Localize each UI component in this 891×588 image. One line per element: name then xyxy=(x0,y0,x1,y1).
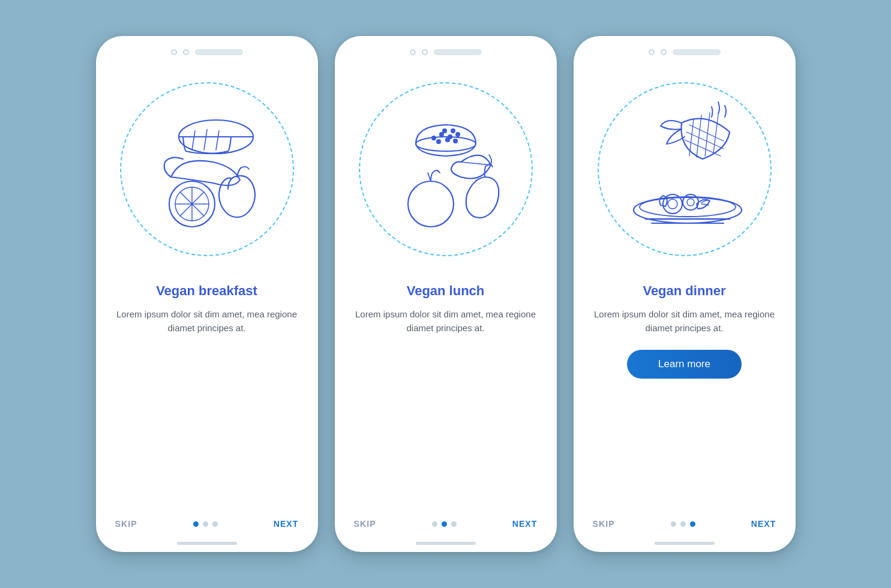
dinner-food-svg xyxy=(601,84,769,254)
status-dot-1 xyxy=(649,49,655,55)
dot-1 xyxy=(432,521,437,527)
svg-point-38 xyxy=(687,199,694,206)
phone-top-bar-lunch xyxy=(335,36,557,55)
breakfast-dots xyxy=(193,521,218,527)
svg-line-27 xyxy=(689,119,694,156)
breakfast-illustration xyxy=(96,61,318,277)
dot-1 xyxy=(671,521,676,527)
lunch-desc: Lorem ipsum dolor sit dim amet, mea regi… xyxy=(353,307,539,335)
status-dot-2 xyxy=(422,49,428,55)
dot-2 xyxy=(442,521,447,527)
dinner-content: Vegan dinner Lorem ipsum dolor sit dim a… xyxy=(574,277,796,519)
breakfast-content: Vegan breakfast Lorem ipsum dolor sit di… xyxy=(96,277,318,519)
phone-dinner: Vegan dinner Lorem ipsum dolor sit dim a… xyxy=(574,36,796,552)
lunch-illustration xyxy=(335,61,557,277)
svg-point-13 xyxy=(440,133,443,136)
dinner-skip[interactable]: SKIP xyxy=(593,519,615,529)
lunch-title: Vegan lunch xyxy=(407,283,485,299)
dinner-nav: SKIP NEXT xyxy=(574,519,796,539)
dinner-title: Vegan dinner xyxy=(643,283,725,299)
svg-line-28 xyxy=(697,115,701,157)
status-dot-1 xyxy=(171,49,177,55)
learn-more-button[interactable]: Learn more xyxy=(627,350,742,379)
breakfast-food-svg xyxy=(123,84,291,254)
svg-point-15 xyxy=(456,133,460,136)
dinner-next[interactable]: NEXT xyxy=(751,519,776,529)
svg-line-21 xyxy=(461,162,491,165)
svg-point-18 xyxy=(454,139,457,143)
dot-2 xyxy=(203,521,208,527)
phone-breakfast: Vegan breakfast Lorem ipsum dolor sit di… xyxy=(96,36,318,552)
svg-line-2 xyxy=(192,131,195,150)
breakfast-home-indicator xyxy=(177,542,237,545)
phone-lunch: Vegan lunch Lorem ipsum dolor sit dim am… xyxy=(335,36,557,552)
dinner-home-indicator xyxy=(655,542,715,545)
status-dot-1 xyxy=(410,49,416,55)
lunch-dots xyxy=(432,521,457,527)
lunch-home-indicator xyxy=(416,542,476,545)
breakfast-desc: Lorem ipsum dolor sit dim amet, mea regi… xyxy=(114,307,300,335)
breakfast-nav: SKIP NEXT xyxy=(96,519,318,539)
breakfast-next[interactable]: NEXT xyxy=(274,519,299,529)
dinner-dots xyxy=(671,521,695,527)
lunch-content: Vegan lunch Lorem ipsum dolor sit dim am… xyxy=(335,277,557,519)
svg-point-36 xyxy=(668,199,677,209)
svg-line-30 xyxy=(713,115,718,153)
svg-line-3 xyxy=(204,130,207,150)
breakfast-title: Vegan breakfast xyxy=(156,283,257,299)
lunch-nav: SKIP NEXT xyxy=(335,519,557,539)
status-pill xyxy=(195,49,243,55)
lunch-next[interactable]: NEXT xyxy=(512,519,538,529)
dot-3 xyxy=(451,521,457,527)
dot-2 xyxy=(680,521,686,527)
phone-top-bar-dinner xyxy=(574,36,796,55)
lunch-food-svg xyxy=(362,84,530,254)
status-dot-2 xyxy=(661,49,667,55)
svg-point-16 xyxy=(437,140,440,143)
svg-point-20 xyxy=(451,129,455,133)
svg-point-19 xyxy=(443,129,446,133)
dinner-illustration xyxy=(574,61,796,277)
dot-1 xyxy=(193,521,199,527)
dot-3 xyxy=(212,521,218,527)
phones-container: Vegan breakfast Lorem ipsum dolor sit di… xyxy=(96,36,796,552)
status-pill xyxy=(673,49,721,55)
status-dot-2 xyxy=(183,49,189,55)
svg-line-23 xyxy=(428,173,431,181)
breakfast-skip[interactable]: SKIP xyxy=(115,519,137,529)
svg-point-22 xyxy=(408,181,454,227)
phone-top-bar-breakfast xyxy=(96,36,318,55)
svg-point-12 xyxy=(432,136,436,140)
dot-3 xyxy=(690,521,695,527)
dinner-desc: Lorem ipsum dolor sit dim amet, mea regi… xyxy=(592,307,778,335)
svg-line-24 xyxy=(689,125,724,141)
status-pill xyxy=(434,49,482,55)
lunch-skip[interactable]: SKIP xyxy=(354,519,376,529)
svg-point-17 xyxy=(446,138,449,142)
svg-line-4 xyxy=(216,131,219,150)
